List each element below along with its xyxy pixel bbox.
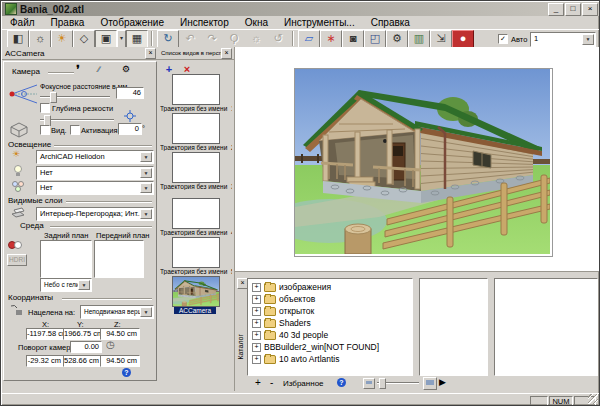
frame-select[interactable]: 1 ▼ [530, 32, 596, 47]
sky-select[interactable]: Небо с гелиодо ▼ [40, 278, 92, 292]
camera-panel-header[interactable]: ACCamera × [2, 47, 158, 60]
view-caption-selected[interactable]: ACCamera [174, 307, 216, 314]
expander-icon[interactable]: + [252, 355, 261, 364]
catalog-remove-button[interactable]: - [270, 377, 273, 389]
menu-file[interactable]: Файл [2, 16, 43, 29]
final-image-icon[interactable]: ▥ [408, 30, 430, 48]
play-icon[interactable]: ▶ [439, 377, 446, 387]
lights-icon[interactable]: ☼ [29, 30, 51, 48]
expander-icon[interactable]: + [252, 331, 261, 340]
view-thumbnail[interactable] [172, 74, 220, 105]
camera-icon[interactable]: ▣ [95, 30, 117, 48]
help-icon[interactable]: ? [122, 368, 131, 377]
chevron-down-icon[interactable]: ▼ [140, 209, 152, 219]
dof-slider[interactable] [40, 119, 114, 121]
view-thumbnail[interactable] [172, 152, 220, 183]
title-bar[interactable]: Bania_002.atl _ □ × [2, 2, 599, 16]
expander-icon[interactable]: + [252, 307, 261, 316]
camera-x-field[interactable]: -29.32 cm [26, 355, 64, 367]
light2-select[interactable]: Нет ▼ [36, 181, 154, 195]
feather-icon[interactable]: ❜ [76, 63, 80, 76]
view-caption[interactable]: Траектория без имени_5 [160, 268, 232, 275]
activation-checkbox[interactable] [70, 125, 80, 135]
view-caption[interactable]: Траектория без имени_4 [160, 229, 232, 236]
favorites-label[interactable]: Избранное [283, 379, 324, 388]
tree-item[interactable]: +10 avto Artlantis [248, 353, 412, 365]
view-caption[interactable]: Траектория без имени_1 [160, 105, 232, 112]
perspective-window-icon[interactable]: ▱ [298, 30, 320, 48]
tree-item[interactable]: +BBBuilder2_win[NOT FOUND] [248, 341, 412, 353]
render-preview-icon[interactable]: ▦ [126, 30, 148, 48]
render-settings-icon[interactable]: ⚙ [386, 30, 408, 48]
chevron-down-icon[interactable]: ▼ [582, 34, 594, 45]
camera-z-field[interactable]: 94.50 cm [100, 355, 140, 367]
dof-checkbox[interactable] [40, 103, 50, 113]
palette-icon[interactable]: ∗ [320, 30, 342, 48]
close-icon[interactable]: × [221, 48, 232, 59]
catalog-list-right[interactable] [494, 278, 598, 376]
tree-item[interactable]: +изображения [248, 281, 412, 293]
light-wizard-icon[interactable]: ☼ [245, 30, 267, 48]
large-thumbnails-icon[interactable] [423, 377, 437, 390]
shaders-icon[interactable]: ◧ [7, 30, 29, 48]
splitter[interactable] [412, 278, 418, 374]
accamera-thumbnail[interactable] [172, 276, 220, 307]
chevron-down-icon[interactable]: ▼ [140, 183, 152, 193]
camera-dropdown-icon[interactable]: ▾ [117, 30, 126, 48]
crop-icon[interactable]: ◰ [364, 30, 386, 48]
heliodon-select[interactable]: ArchiCAD Heliodon ▼ [36, 150, 154, 164]
expander-icon[interactable]: + [252, 283, 261, 292]
roll-field[interactable]: 0 [118, 123, 142, 135]
catalog-add-button[interactable]: + [255, 377, 261, 389]
target-select[interactable]: Неподвижная вершина: ▼ [80, 305, 154, 319]
rotate-dial-icon[interactable]: ◷ [106, 339, 115, 350]
chevron-down-icon[interactable]: ▼ [140, 307, 152, 317]
view-thumbnail[interactable] [172, 113, 220, 144]
menu-inspector[interactable]: Инспектор [172, 16, 237, 29]
expander-icon[interactable]: + [252, 343, 261, 352]
target-y-field[interactable]: 1966.75 cm [63, 328, 101, 340]
catalog-list-middle[interactable] [419, 278, 488, 376]
focal-slider-thumb[interactable] [50, 92, 57, 103]
auto-checkbox[interactable]: ✓ [498, 34, 508, 44]
tree-item[interactable]: +40 3d people [248, 329, 412, 341]
layers-select[interactable]: Интерьер-Перегородка; Инт... ▼ [36, 207, 154, 221]
back-plane-preview[interactable] [40, 240, 92, 278]
light1-select[interactable]: Нет ▼ [36, 166, 154, 180]
undo-icon[interactable]: ↶ [179, 30, 201, 48]
expander-icon[interactable]: + [252, 295, 261, 304]
background-toggle-icon[interactable] [8, 240, 22, 250]
menu-edit[interactable]: Правка [43, 16, 93, 29]
rotation-field[interactable]: 0.00 [70, 341, 102, 353]
maximize-button[interactable]: □ [565, 3, 581, 16]
update-view-icon[interactable]: ↻ [157, 30, 179, 48]
objects-icon[interactable]: ◇ [73, 30, 95, 48]
close-icon[interactable]: × [145, 48, 156, 59]
help-icon[interactable]: ? [337, 378, 346, 387]
views-panel-header[interactable]: Список видов в перспективе × [158, 47, 234, 60]
zoom-tool-icon[interactable]: Ϙ [223, 30, 245, 48]
view-checkbox[interactable] [40, 125, 50, 135]
camera-fov-widget[interactable] [7, 82, 39, 106]
thumbnail-size-thumb[interactable] [379, 378, 386, 389]
resize-grip[interactable] [588, 394, 598, 404]
render-image[interactable] [295, 69, 550, 254]
chevron-down-icon[interactable]: ▼ [140, 152, 152, 162]
tree-item[interactable]: +объектов [248, 293, 412, 305]
view-caption[interactable]: Траектория без имени_3 [160, 183, 232, 190]
target-x-field[interactable]: -1197.58 cm [26, 328, 64, 340]
hdri-button[interactable]: HDRI [7, 254, 27, 266]
chevron-down-icon[interactable]: ▼ [78, 280, 90, 290]
menu-help[interactable]: Справка [363, 16, 418, 29]
heliodon-icon[interactable]: ☀ [51, 30, 73, 48]
camera-y-field[interactable]: 528.66 cm [63, 355, 101, 367]
view-caption[interactable]: Траектория без имени_2 [160, 144, 232, 151]
splitter[interactable] [487, 278, 493, 374]
redo-icon[interactable]: ↷ [201, 30, 223, 48]
menu-windows[interactable]: Окна [237, 16, 276, 29]
minimize-button[interactable]: _ [548, 3, 564, 16]
view-thumbnail[interactable] [172, 237, 220, 268]
front-plane-preview[interactable] [94, 240, 144, 278]
artlantis-render-icon[interactable]: ● [452, 30, 474, 48]
close-button[interactable]: × [582, 3, 598, 16]
